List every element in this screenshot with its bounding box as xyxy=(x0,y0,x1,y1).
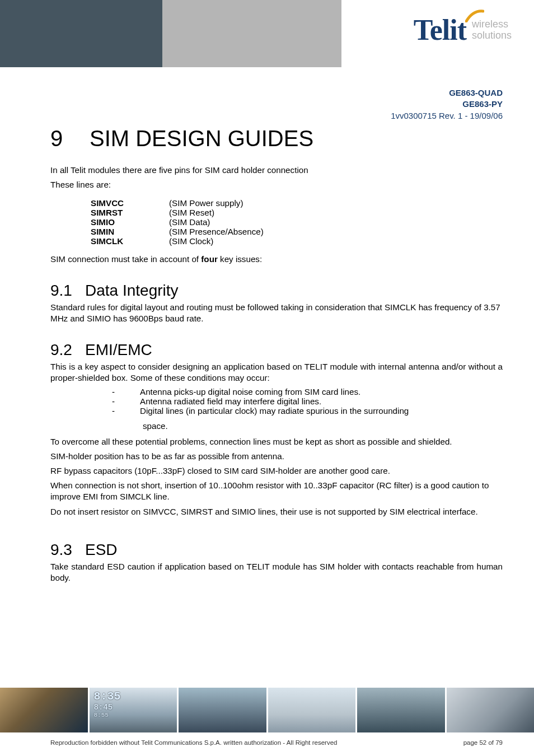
footer-tile xyxy=(447,688,535,732)
subsection-heading: 9.2EMI/EMC xyxy=(50,341,503,359)
footer-tile: 8:35 8:45 8:55 xyxy=(90,688,179,732)
pin-desc: (SIM Clock) xyxy=(169,236,213,246)
issues-lead-post: key issues: xyxy=(218,254,262,264)
section-number: 9 xyxy=(50,126,90,151)
pin-name: SIMIO xyxy=(91,217,169,227)
bullet3-continuation: space. xyxy=(143,421,503,431)
brand-wordmark: Telit xyxy=(414,16,466,45)
pin-desc: (SIM Presence/Absence) xyxy=(169,227,264,236)
pin-table: SIMVCC(SIM Power supply) SIMRST(SIM Rese… xyxy=(91,198,503,246)
pin-name: SIMVCC xyxy=(91,198,169,208)
bullet-row: -Antenna picks-up digital noise coming f… xyxy=(112,387,503,396)
s92-after-3: RF bypass capacitors (10pF...33pF) close… xyxy=(50,465,503,477)
digits-small: 8:55 xyxy=(94,712,121,718)
pin-row: SIMVCC(SIM Power supply) xyxy=(91,198,503,208)
page-content: 9SIM DESIGN GUIDES In all Telit modules … xyxy=(0,126,534,584)
s92-bullets: -Antenna picks-up digital noise coming f… xyxy=(112,387,503,416)
brand-name: Telit xyxy=(414,14,466,46)
subsection-heading: 9.3ESD xyxy=(50,541,503,559)
digits-mid: 8:45 xyxy=(94,703,121,711)
pin-name: SIMRST xyxy=(91,208,169,217)
digits-big: 8:35 xyxy=(94,691,121,702)
intro-line-2: These lines are: xyxy=(50,179,503,190)
page: { "brand": { "name": "Telit", "tagline_l… xyxy=(0,0,534,756)
intro-line-1: In all Telit modules there are five pins… xyxy=(50,165,503,176)
header-dark-block xyxy=(0,0,162,67)
doc-revision: 1vv0300715 Rev. 1 - 19/09/06 xyxy=(0,110,503,122)
bullet-text: Antenna picks-up digital noise coming fr… xyxy=(140,387,503,396)
document-meta: GE863-QUAD GE863-PY 1vv0300715 Rev. 1 - … xyxy=(0,87,503,122)
subsection-number: 9.1 xyxy=(50,282,85,300)
brand-tagline-line2: solutions xyxy=(472,30,512,41)
subsection-title: Data Integrity xyxy=(85,282,179,299)
bullet-row: -Digital lines (in particular clock) may… xyxy=(112,406,503,416)
subsection-heading: 9.1Data Integrity xyxy=(50,282,503,300)
brand-swoosh-icon xyxy=(465,9,484,22)
page-footer: Reproduction forbidden without Telit Com… xyxy=(50,739,503,746)
footer-page-number: page 52 of 79 xyxy=(463,739,503,746)
pin-desc: (SIM Power supply) xyxy=(169,198,243,208)
issues-lead-bold: four xyxy=(201,254,218,264)
footer-tile xyxy=(0,688,90,732)
bullet-row: -Antenna radiated field may interfere di… xyxy=(112,396,503,406)
issues-lead-pre: SIM connection must take in account of xyxy=(50,254,201,264)
pin-desc: (SIM Reset) xyxy=(169,208,214,217)
doc-model-1: GE863-QUAD xyxy=(0,87,503,99)
subsection-number: 9.3 xyxy=(50,541,85,559)
bullet-text: Digital lines (in particular clock) may … xyxy=(140,406,503,416)
page-header: Telit wireless solutions xyxy=(0,0,534,67)
section-heading: 9SIM DESIGN GUIDES xyxy=(50,126,503,151)
pin-row: SIMRST(SIM Reset) xyxy=(91,208,503,217)
s93-body: Take standard ESD caution if application… xyxy=(50,561,503,584)
bullet-text: Antenna radiated field may interfere dig… xyxy=(140,396,503,406)
footer-tile xyxy=(268,688,358,732)
pin-row: SIMIO(SIM Data) xyxy=(91,217,503,227)
s92-lead: This is a key aspect to consider designi… xyxy=(50,361,503,384)
s92-after-5: Do not insert resistor on SIMVCC, SIMRST… xyxy=(50,506,503,517)
dash-icon: - xyxy=(112,396,140,406)
footer-tile xyxy=(357,688,447,732)
s92-after-2: SIM-holder position has to be as far as … xyxy=(50,451,503,462)
subsection-number: 9.2 xyxy=(50,341,85,359)
pin-name: SIMCLK xyxy=(91,236,169,246)
pin-name: SIMIN xyxy=(91,227,169,236)
footer-photo-strip: 8:35 8:45 8:55 xyxy=(0,688,534,732)
pin-row: SIMIN(SIM Presence/Absence) xyxy=(91,227,503,236)
footer-tile xyxy=(179,688,268,732)
dash-icon: - xyxy=(112,387,140,396)
footer-left-text: Reproduction forbidden without Telit Com… xyxy=(50,739,337,746)
dash-icon: - xyxy=(112,406,140,416)
brand-tagline: wireless solutions xyxy=(472,19,512,41)
doc-model-2: GE863-PY xyxy=(0,99,503,110)
subsection-title: ESD xyxy=(85,541,118,558)
pin-desc: (SIM Data) xyxy=(169,217,210,227)
issues-lead: SIM connection must take in account of f… xyxy=(50,254,503,265)
s91-body: Standard rules for digital layout and ro… xyxy=(50,302,503,324)
clock-digits-icon: 8:35 8:45 8:55 xyxy=(94,691,121,718)
section-title: SIM DESIGN GUIDES xyxy=(90,126,313,151)
s92-after-4: When connection is not short, insertion … xyxy=(50,480,503,502)
subsection-title: EMI/EMC xyxy=(85,341,152,358)
s92-after-1: To overcome all these potential problems… xyxy=(50,436,503,447)
pin-row: SIMCLK(SIM Clock) xyxy=(91,236,503,246)
brand-logo: Telit wireless solutions xyxy=(414,16,512,45)
